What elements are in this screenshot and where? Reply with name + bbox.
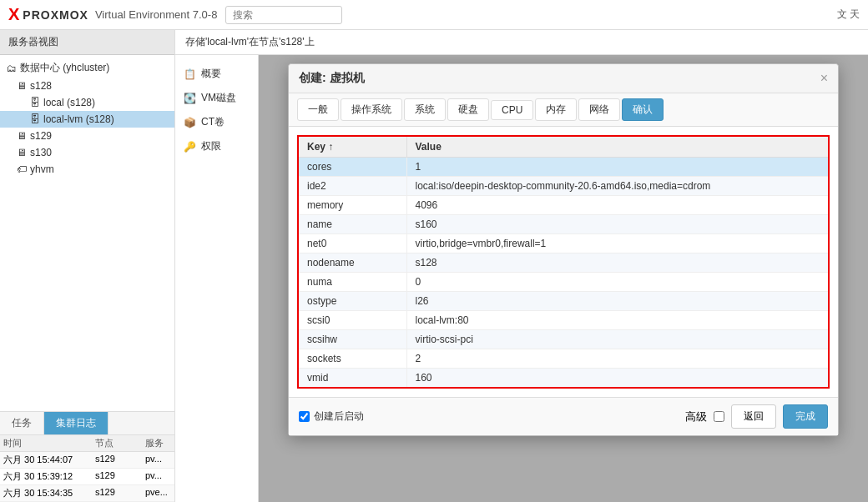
topbar: X PROXMOX Virtual Environment 7.0-8 文 天: [0, 0, 868, 30]
key-cell: scsihw: [298, 330, 406, 349]
tab-confirm[interactable]: 确认: [622, 98, 664, 121]
tree-item-yhvm-label: yhvm: [30, 163, 54, 175]
value-cell: l26: [406, 292, 829, 311]
tab-network[interactable]: 网络: [578, 98, 620, 121]
modal-close-button[interactable]: ×: [820, 71, 828, 86]
tab-general[interactable]: 一般: [297, 98, 339, 121]
tree-item-local-lvm-s128[interactable]: 🗄 local-lvm (s128): [0, 111, 174, 128]
key-cell: scsi0: [298, 311, 406, 330]
table-row: sockets 2: [298, 349, 829, 369]
nav-ct-label: CT卷: [201, 115, 225, 129]
prev-button[interactable]: 返回: [731, 404, 776, 429]
sidebar-header: 服务器视图: [0, 30, 174, 55]
tree-item-dc-label: 数据中心 (yhcluster): [20, 61, 109, 75]
tree-item-s128-label: s128: [30, 80, 52, 92]
sidebar-tree: 🗂 数据中心 (yhcluster) 🖥 s128 🗄 local (s128)…: [0, 55, 174, 411]
tab-os[interactable]: 操作系统: [341, 98, 402, 121]
log-node-2: s129: [95, 470, 145, 483]
finish-button[interactable]: 完成: [783, 404, 828, 429]
topbar-user: 文 天: [837, 8, 860, 22]
log-service-1: pv...: [145, 454, 171, 466]
nav-ct[interactable]: 📦 CT卷: [175, 110, 258, 134]
value-cell: virtio-scsi-pci: [406, 330, 829, 349]
node-s130-icon: 🖥: [17, 147, 27, 158]
tab-system[interactable]: 系统: [404, 98, 446, 121]
log-time-3: 六月 30 15:34:35: [3, 487, 95, 499]
data-table-wrapper: Key ↑ Value cores 1 ide2 local:iso/deepi…: [289, 127, 838, 397]
value-cell: s128: [406, 254, 829, 273]
tab-memory[interactable]: 内存: [535, 98, 577, 121]
create-vm-dialog: 创建: 虚拟机 × 一般 操作系统 系统 硬盘 CPU 内存 网络: [288, 63, 839, 436]
table-row: ostype l26: [298, 292, 829, 311]
tab-disks[interactable]: 硬盘: [447, 98, 489, 121]
tree-item-yhvm[interactable]: 🏷 yhvm: [0, 161, 174, 178]
modal-header: 创建: 虚拟机 ×: [289, 64, 838, 93]
node-s129-icon: 🖥: [17, 130, 27, 142]
tree-item-s129[interactable]: 🖥 s129: [0, 128, 174, 144]
key-cell: vmid: [298, 369, 406, 389]
table-row: scsihw virtio-scsi-pci: [298, 330, 829, 349]
nav-summary[interactable]: 📋 概要: [175, 62, 258, 86]
log-row: 六月 30 15:34:35 s129 pve...: [0, 485, 174, 502]
value-cell: s160: [406, 215, 829, 234]
advanced-checkbox[interactable]: [714, 411, 724, 422]
table-row: net0 virtio,bridge=vmbr0,firewall=1: [298, 234, 829, 254]
dialog-container: 创建: 虚拟机 × 一般 操作系统 系统 硬盘 CPU 内存 网络: [259, 55, 868, 502]
value-cell: virtio,bridge=vmbr0,firewall=1: [406, 234, 829, 254]
col-key-header: Key ↑: [298, 136, 406, 158]
value-cell: 2: [406, 349, 829, 369]
advanced-label: 高级: [685, 409, 707, 424]
tree-item-s130[interactable]: 🖥 s130: [0, 144, 174, 161]
nav-vm-disk[interactable]: 💽 VM磁盘: [175, 86, 258, 110]
perms-icon: 🔑: [184, 141, 196, 153]
table-row: nodename s128: [298, 254, 829, 273]
col-value-header: Value: [406, 136, 829, 158]
storage-lvm-icon: 🗄: [30, 113, 40, 125]
logo-text: PROXMOX: [23, 8, 88, 22]
tree-item-local-lvm-label: local-lvm (s128): [43, 113, 114, 125]
key-cell: net0: [298, 234, 406, 254]
log-table: 时间 节点 服务 六月 30 15:44:07 s129 pv... 六月 30…: [0, 435, 174, 502]
value-cell: 160: [406, 369, 829, 389]
node-icon: 🖥: [17, 80, 27, 92]
tree-item-s130-label: s130: [30, 147, 52, 158]
tab-cpu[interactable]: CPU: [491, 100, 533, 120]
nav-perms[interactable]: 🔑 权限: [175, 134, 258, 158]
key-cell: cores: [298, 158, 406, 177]
value-cell: local-lvm:80: [406, 311, 829, 330]
key-cell: ide2: [298, 177, 406, 196]
nav-vm-disk-label: VM磁盘: [201, 91, 236, 105]
tree-item-s128[interactable]: 🖥 s128: [0, 78, 174, 94]
config-table: Key ↑ Value cores 1 ide2 local:iso/deepi…: [297, 135, 830, 389]
vm-disk-icon: 💽: [184, 93, 196, 104]
tab-tasks[interactable]: 任务: [0, 412, 44, 434]
table-row: memory 4096: [298, 196, 829, 215]
storage-icon: 🗄: [30, 97, 40, 108]
key-cell: name: [298, 215, 406, 234]
search-input[interactable]: [225, 6, 342, 24]
log-service-2: pv...: [145, 470, 171, 483]
table-row: scsi0 local-lvm:80: [298, 311, 829, 330]
sidebar-tabs: 任务 集群日志: [0, 412, 174, 435]
value-cell: 0: [406, 273, 829, 292]
tree-item-dc[interactable]: 🗂 数据中心 (yhcluster): [0, 58, 174, 78]
tab-cluster-log[interactable]: 集群日志: [44, 412, 108, 434]
content-body: 📋 概要 💽 VM磁盘 📦 CT卷 🔑 权限: [175, 55, 868, 502]
nav-perms-label: 权限: [201, 139, 221, 153]
modal-backdrop: 创建: 虚拟机 × 一般 操作系统 系统 硬盘 CPU 内存 网络: [259, 55, 868, 502]
key-cell: numa: [298, 273, 406, 292]
left-nav: 📋 概要 💽 VM磁盘 📦 CT卷 🔑 权限: [175, 55, 259, 502]
summary-icon: 📋: [184, 68, 196, 80]
value-cell: 1: [406, 158, 829, 177]
modal-tabs: 一般 操作系统 系统 硬盘 CPU 内存 网络 确认: [289, 93, 838, 127]
sidebar-bottom: 任务 集群日志 时间 节点 服务 六月 30 15:44:07 s129 pv.…: [0, 411, 174, 502]
app-title: Virtual Environment 7.0-8: [95, 8, 217, 21]
tree-item-local-s128[interactable]: 🗄 local (s128): [0, 94, 174, 111]
table-row: cores 1: [298, 158, 829, 177]
log-header: 时间 节点 服务: [0, 435, 174, 452]
key-cell: nodename: [298, 254, 406, 273]
start-after-create-checkbox[interactable]: [299, 411, 310, 422]
modal-title: 创建: 虚拟机: [299, 71, 365, 86]
main-layout: 服务器视图 🗂 数据中心 (yhcluster) 🖥 s128 🗄 local …: [0, 30, 868, 502]
start-after-create-label[interactable]: 创建后启动: [299, 409, 364, 424]
